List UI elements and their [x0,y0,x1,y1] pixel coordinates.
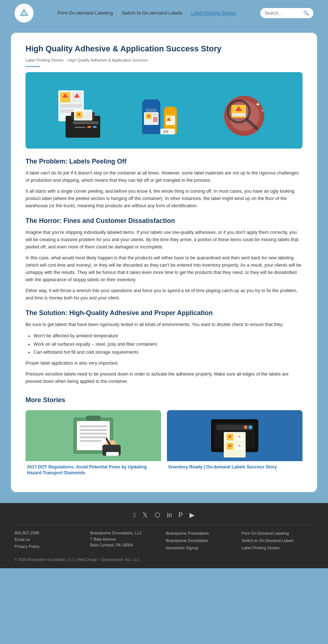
svg-rect-69 [216,425,253,430]
svg-rect-12 [73,121,98,124]
story-card-1[interactable]: 2017 DOT Regulations: Avoid Potential Fi… [26,410,161,478]
footer-col-1: 800.807.2588 Email us Privacy Policy [15,530,87,551]
footer-copyright: © 2018 Brandywine Drumlabels, LLC | Web … [15,557,313,562]
nav-label-printing-stories[interactable]: Label Printing Stories [191,9,237,17]
footer-link3[interactable]: Label Printing Stories [242,545,314,552]
svg-rect-25 [152,113,157,116]
section3-closing1: Proper label application is also very im… [26,360,302,367]
story-link-2[interactable]: Inventory Ready | On-demand Labels Succe… [167,461,302,472]
page-title: High Quality Adhesive & Application Succ… [26,44,302,54]
youtube-icon[interactable]: ▶ [190,510,195,520]
section3-closing2: Pressure sensitive labels need to be pre… [26,370,302,385]
section1-heading: The Problem: Labels Peeling Off [26,157,302,166]
footer-phone: 800.807.2588 [15,530,87,536]
bullet-2: Work on all surfaces equally – steel, po… [34,340,302,349]
footer-primelabels[interactable]: Brandywine Primelabels [166,530,238,537]
svg-rect-28 [165,107,175,110]
svg-text:UV: UV [163,130,168,134]
svg-rect-52 [86,416,101,421]
main-content: High Quality Adhesive & Application Succ… [11,33,317,492]
svg-rect-50 [79,436,107,438]
footer-email[interactable]: Email us [15,536,87,543]
svg-rect-15 [93,126,97,128]
search-box[interactable]: 🔍 [260,8,313,18]
footer-col-2: Brandywine Drumlabels, LLC 7 Bala Avenue… [90,530,163,551]
svg-rect-8 [60,104,82,108]
search-input[interactable] [265,11,301,16]
breadcrumb-separator: › [65,57,67,63]
nav-print-ondemand[interactable]: Print On-demand Labeling [58,9,113,17]
footer-company: Brandywine Drumlabels, LLC [90,530,163,536]
section1-para2: It all starts with a single corner peeli… [26,188,302,209]
logo[interactable] [15,4,34,23]
svg-rect-48 [79,429,107,431]
section3-heading: The Solution: High-Quality Adhesive and … [26,308,302,318]
bullet-1: Won't be affected by ambient temperature [34,332,302,340]
breadcrumb-home[interactable]: Label Printing Stories [26,57,64,63]
breadcrumb: Label Printing Stories › High Quality Ad… [26,57,302,63]
header: Print On-demand Labeling Switch to On-de… [0,0,328,26]
breadcrumb-divider [26,66,40,67]
pinterest-icon[interactable]: P [179,510,183,520]
svg-rect-56 [106,452,119,456]
footer-newsletter[interactable]: Newsletter Signup [166,545,238,552]
story-thumb-1 [26,410,161,461]
section2-para2: In this case, what would most likely hap… [26,254,302,283]
svg-text:✦: ✦ [255,101,261,108]
solution-bullets: Won't be affected by ambient temperature… [34,332,302,357]
footer-drumlabels[interactable]: Brandywine Drumlabels [166,537,238,545]
stories-grid: 2017 DOT Regulations: Avoid Potential Fi… [26,410,302,478]
footer-link2[interactable]: Switch to On-Demand Labels [242,537,314,545]
social-links:  𝕏 ⬡ in P ▶ [15,510,313,525]
story-thumb-2 [167,410,302,461]
nav-switch-ondemand[interactable]: Switch to On-demand Labels [122,9,183,17]
breadcrumb-current: High Quality Adhesive & Application Succ… [68,57,148,63]
footer-privacy[interactable]: Privacy Policy [15,543,87,550]
svg-rect-20 [144,99,159,104]
facebook-icon[interactable]:  [133,510,136,520]
section2-heading: The Horror: Fines and Customer Dissatisf… [26,216,302,226]
svg-rect-14 [87,126,91,128]
story-link-1[interactable]: 2017 DOT Regulations: Avoid Potential Fi… [26,461,161,478]
svg-text:✦: ✦ [261,108,264,113]
instagram-icon[interactable]: ⬡ [155,510,160,520]
svg-rect-51 [79,440,101,442]
linkedin-icon[interactable]: in [167,510,172,520]
hero-image: UV ✦ ✦ [26,72,302,149]
section2-para1: Imagine that you're shipping individuall… [26,229,302,251]
bullet-3: Can withstand hot fill and cold storage … [34,348,302,357]
search-icon[interactable]: 🔍 [303,9,309,17]
footer-columns: 800.807.2588 Email us Privacy Policy Bra… [15,530,313,551]
more-stories-heading: More Stories [26,395,302,405]
story-card-2[interactable]: Inventory Ready | On-demand Labels Succe… [167,410,302,478]
section2-para3: Either way, it will throw a wrench into … [26,287,302,302]
svg-point-71 [249,425,252,429]
main-nav: Print On-demand Labeling Switch to On-de… [58,9,236,17]
footer-address2: Bala Cynwyd, PA 19004 [90,542,163,548]
footer-link1[interactable]: Print On-Demand Labeling [242,530,314,537]
svg-rect-41 [232,113,245,116]
section3-intro: Be sure to get labels that have been rig… [26,321,302,328]
footer-col-3: Brandywine Primelabels Brandywine Drumla… [166,530,238,551]
svg-rect-49 [79,433,107,435]
footer:  𝕏 ⬡ in P ▶ 800.807.2588 Email us Priva… [0,503,328,568]
svg-rect-47 [79,425,107,427]
svg-rect-26 [153,117,157,122]
section1-para1: A label can't do its job if it doesn't s… [26,169,302,184]
twitter-icon[interactable]: 𝕏 [142,510,148,520]
svg-rect-13 [75,127,86,128]
svg-point-70 [244,425,247,429]
footer-col-4: Print On-Demand Labeling Switch to On-De… [242,530,314,551]
footer-address1: 7 Bala Avenue [90,536,163,542]
